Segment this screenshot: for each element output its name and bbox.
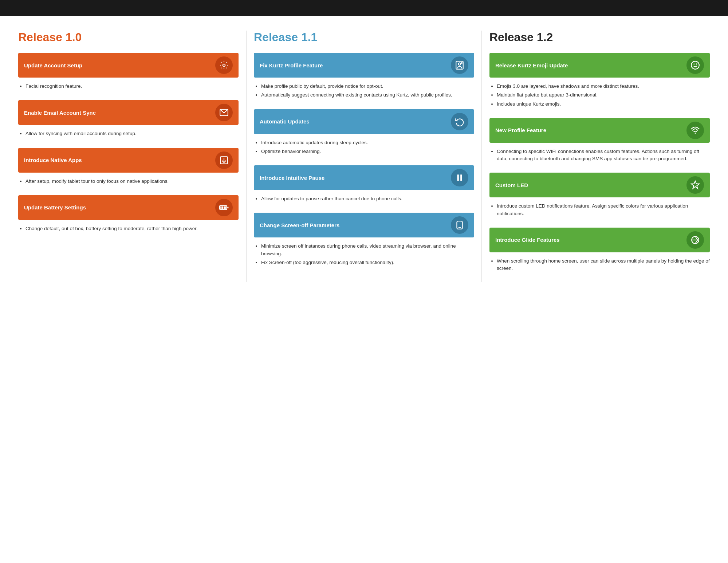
bullet-item: Facial recognition feature. [25, 83, 239, 90]
feature-header-release-kurtz-emoji: Release Kurtz Emoji Update [489, 53, 710, 78]
feature-title-new-profile-feature: New Profile Feature [495, 127, 546, 133]
feature-icon-glide [686, 231, 704, 249]
feature-bullets-automatic-updates: Introduce automatic updates during sleep… [254, 138, 474, 158]
svg-rect-9 [225, 206, 226, 209]
feature-header-custom-led: Custom LED [489, 173, 710, 197]
feature-bullets-update-account-setup: Facial recognition feature. [18, 81, 239, 93]
bullet-item: Allow for updates to pause rather than c… [261, 195, 474, 202]
bullet-item: Allow for syncing with email accounts du… [25, 130, 239, 137]
feature-icon-email [215, 104, 233, 121]
bullet-item: When scrolling through home screen, user… [497, 257, 710, 272]
feature-title-release-kurtz-emoji: Release Kurtz Emoji Update [495, 62, 568, 68]
feature-bullets-enable-email-sync: Allow for syncing with email accounts du… [18, 129, 239, 140]
bullet-item: Automatically suggest connecting with ex… [261, 91, 474, 99]
feature-title-update-battery-settings: Update Battery Settings [24, 204, 86, 210]
bullet-item: After setup, modify tablet tour to only … [25, 178, 239, 185]
feature-header-update-battery-settings: Update Battery Settings [18, 195, 239, 220]
svg-rect-14 [457, 174, 459, 181]
bullet-item: Minimize screen off instances during pho… [261, 243, 474, 257]
svg-point-11 [459, 63, 461, 66]
feature-icon-refresh [451, 113, 468, 130]
svg-rect-7 [222, 206, 223, 209]
feature-block-introduce-native-apps: Introduce Native Apps After setup, modif… [18, 148, 239, 188]
bullet-item: Maintain flat palette but appear 3-dimen… [497, 91, 710, 99]
feature-icon-battery [215, 199, 233, 216]
feature-header-new-profile-feature: New Profile Feature [489, 118, 710, 143]
feature-bullets-release-kurtz-emoji: Emojis 3.0 are layered, have shadows and… [489, 81, 710, 111]
feature-title-custom-led: Custom LED [495, 182, 528, 188]
feature-icon-phone [451, 216, 468, 234]
column-release-1-2: Release 1.2Release Kurtz Emoji Update Em… [482, 31, 717, 282]
feature-header-automatic-updates: Automatic Updates [254, 109, 474, 134]
feature-title-change-screenoff-params: Change Screen-off Parameters [260, 222, 339, 228]
feature-header-introduce-glide-features: Introduce Glide Features [489, 228, 710, 252]
feature-title-introduce-intuitive-pause: Introduce Intuitive Pause [260, 175, 324, 181]
feature-block-new-profile-feature: New Profile Feature Connecting to specif… [489, 118, 710, 166]
release-title-release-1-1: Release 1.1 [254, 31, 474, 44]
feature-icon-pause [451, 169, 468, 186]
bullet-item: Fix Screen-off (too aggressive, reducing… [261, 259, 474, 266]
svg-point-18 [691, 61, 699, 69]
feature-icon-wifi [686, 122, 704, 139]
feature-block-release-kurtz-emoji: Release Kurtz Emoji Update Emojis 3.0 ar… [489, 53, 710, 111]
feature-icon-profile [451, 56, 468, 74]
bullet-item: Connecting to specific WIFI connections … [497, 148, 710, 163]
feature-header-fix-kurtz-profile: Fix Kurtz Profile Feature [254, 53, 474, 78]
bullet-item: Optimize behavior learning. [261, 148, 474, 155]
release-title-release-1-2: Release 1.2 [489, 31, 710, 44]
svg-marker-22 [691, 181, 699, 189]
bullet-item: Introduce custom LED notifications featu… [497, 202, 710, 217]
feature-header-introduce-intuitive-pause: Introduce Intuitive Pause [254, 165, 474, 190]
feature-block-update-account-setup: Update Account Setup Facial recognition … [18, 53, 239, 93]
feature-header-introduce-native-apps: Introduce Native Apps [18, 148, 239, 173]
svg-rect-15 [460, 174, 462, 181]
feature-header-change-screenoff-params: Change Screen-off Parameters [254, 213, 474, 237]
feature-bullets-fix-kurtz-profile: Make profile public by default, provide … [254, 81, 474, 102]
feature-header-update-account-setup: Update Account Setup [18, 53, 239, 78]
feature-bullets-new-profile-feature: Connecting to specific WIFI connections … [489, 146, 710, 166]
feature-bullets-change-screenoff-params: Minimize screen off instances during pho… [254, 241, 474, 269]
feature-bullets-introduce-native-apps: After setup, modify tablet tour to only … [18, 176, 239, 188]
column-release-1-1: Release 1.1Fix Kurtz Profile Feature Mak… [247, 31, 482, 282]
main-content: Release 1.0Update Account Setup Facial r… [0, 16, 728, 297]
feature-block-enable-email-sync: Enable Email Account Sync Allow for sync… [18, 100, 239, 140]
header [0, 0, 728, 16]
feature-title-fix-kurtz-profile: Fix Kurtz Profile Feature [260, 62, 323, 68]
bullet-item: Emojis 3.0 are layered, have shadows and… [497, 83, 710, 90]
bullet-item: Make profile public by default, provide … [261, 83, 474, 90]
column-release-1-0: Release 1.0Update Account Setup Facial r… [11, 31, 247, 282]
feature-title-introduce-native-apps: Introduce Native Apps [24, 157, 82, 163]
release-title-release-1-0: Release 1.0 [18, 31, 239, 44]
feature-bullets-custom-led: Introduce custom LED notifications featu… [489, 201, 710, 220]
feature-bullets-introduce-intuitive-pause: Allow for updates to pause rather than c… [254, 194, 474, 205]
svg-rect-8 [224, 206, 225, 209]
feature-bullets-introduce-glide-features: When scrolling through home screen, user… [489, 256, 710, 275]
bullet-item: Includes unique Kurtz emojis. [497, 101, 710, 108]
feature-icon-download [215, 151, 233, 169]
bullet-item: Introduce automatic updates during sleep… [261, 139, 474, 146]
feature-title-update-account-setup: Update Account Setup [24, 62, 82, 68]
feature-icon-emoji [686, 56, 704, 74]
feature-header-enable-email-sync: Enable Email Account Sync [18, 100, 239, 125]
feature-block-fix-kurtz-profile: Fix Kurtz Profile Feature Make profile p… [254, 53, 474, 102]
feature-icon-gear [215, 56, 233, 74]
svg-point-21 [694, 133, 696, 134]
bullet-item: Change default, out of box, battery sett… [25, 225, 239, 232]
feature-block-update-battery-settings: Update Battery Settings Change default, … [18, 195, 239, 235]
feature-block-introduce-glide-features: Introduce Glide Features When scrolling … [489, 228, 710, 275]
svg-point-0 [223, 64, 225, 67]
feature-bullets-update-battery-settings: Change default, out of box, battery sett… [18, 224, 239, 235]
feature-block-custom-led: Custom LED Introduce custom LED notifica… [489, 173, 710, 220]
feature-block-automatic-updates: Automatic Updates Introduce automatic up… [254, 109, 474, 158]
svg-rect-6 [220, 206, 221, 209]
feature-icon-led [686, 176, 704, 194]
feature-block-introduce-intuitive-pause: Introduce Intuitive Pause Allow for upda… [254, 165, 474, 205]
feature-title-introduce-glide-features: Introduce Glide Features [495, 237, 560, 243]
feature-title-automatic-updates: Automatic Updates [260, 118, 310, 125]
feature-block-change-screenoff-params: Change Screen-off Parameters Minimize sc… [254, 213, 474, 269]
feature-title-enable-email-sync: Enable Email Account Sync [24, 110, 96, 116]
